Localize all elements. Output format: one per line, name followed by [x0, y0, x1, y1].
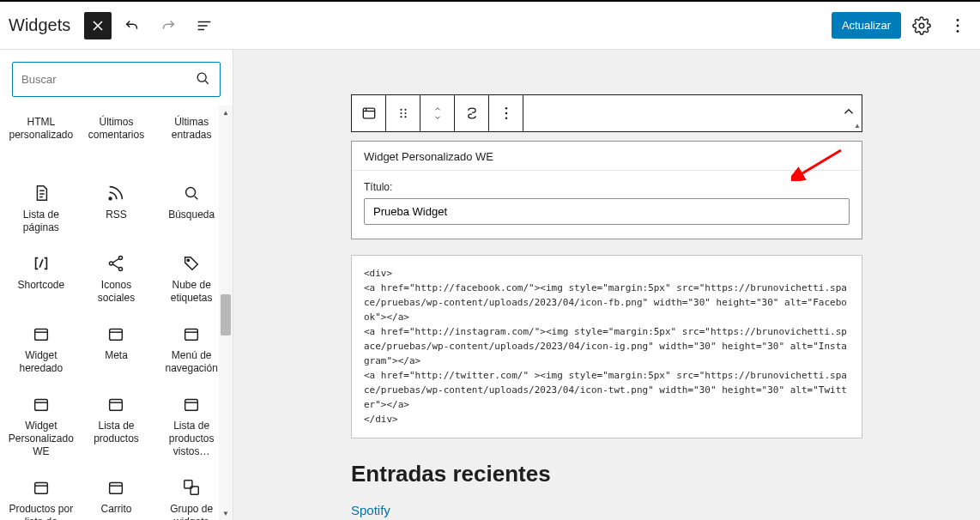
block-toolbar: [351, 94, 862, 132]
block-item[interactable]: Meta: [79, 313, 154, 384]
close-inserter-button[interactable]: [84, 12, 112, 39]
block-options-button[interactable]: [489, 95, 523, 131]
page-title: Widgets: [9, 15, 70, 35]
svg-point-11: [119, 267, 123, 270]
block-item[interactable]: Lista de productos vistos…: [154, 384, 229, 467]
block-label: Productos por lista de puntuaciones: [7, 503, 76, 520]
svg-rect-18: [185, 400, 198, 411]
svg-point-1: [957, 19, 959, 21]
options-button[interactable]: [942, 10, 973, 41]
block-label: Nube de etiquetas: [157, 279, 226, 305]
box-icon: [31, 394, 51, 414]
svg-point-12: [187, 259, 189, 261]
block-label: RSS: [106, 209, 127, 221]
svg-point-29: [404, 116, 406, 118]
svg-rect-13: [34, 330, 47, 341]
box-icon: [106, 394, 126, 414]
block-item[interactable]: Shortcode: [3, 243, 79, 313]
block-type-icon[interactable]: [352, 95, 386, 131]
search-icon: [194, 70, 211, 89]
svg-point-28: [400, 116, 402, 118]
block-item[interactable]: Últimas entradas: [154, 106, 229, 172]
block-scroll-up-arrow[interactable]: ▲: [852, 120, 862, 130]
list-view-button[interactable]: [189, 10, 220, 41]
svg-point-2: [957, 24, 959, 27]
move-up-down[interactable]: [420, 95, 455, 131]
block-grid-scroll[interactable]: HTML personalizadoÚltimos comentariosÚlt…: [0, 106, 233, 520]
drag-handle[interactable]: [386, 95, 420, 131]
transform-button[interactable]: [455, 95, 489, 131]
block-label: Lista de páginas: [7, 209, 76, 234]
widget-card-header: Widget Personalizado WE: [352, 142, 862, 171]
editor-canvas[interactable]: ▲ Widget Personalizado WE Título:: [233, 50, 980, 520]
update-button[interactable]: Actualizar: [832, 12, 901, 39]
pages-icon: [31, 183, 51, 203]
block-label: HTML personalizado: [7, 116, 76, 142]
undo-button[interactable]: [117, 10, 148, 41]
box-icon: [106, 323, 126, 344]
block-item[interactable]: Iconos sociales: [79, 243, 154, 313]
block-label: Widget heredado: [7, 349, 76, 375]
block-item[interactable]: Menú de navegación: [154, 313, 229, 384]
block-label: Grupo de widgets: [157, 503, 226, 520]
post-link[interactable]: Spotify: [351, 503, 390, 517]
block-search-box[interactable]: [12, 62, 221, 97]
scrollbar-thumb[interactable]: [221, 294, 231, 336]
block-item[interactable]: Widget Personalizado WE: [3, 384, 79, 467]
svg-rect-19: [34, 483, 47, 494]
custom-html-block[interactable]: <div> <a href="http://facebook.com/"><im…: [351, 255, 862, 438]
block-item[interactable]: Carrito: [79, 467, 154, 520]
block-item[interactable]: Productos por lista de puntuaciones: [3, 467, 79, 520]
block-item[interactable]: Últimos comentarios: [79, 106, 154, 172]
recent-posts-heading: Entradas recientes: [351, 461, 862, 487]
svg-point-4: [197, 73, 206, 82]
block-item[interactable]: Grupo de widgets: [154, 467, 229, 520]
settings-button[interactable]: [906, 10, 937, 41]
svg-point-30: [505, 107, 507, 110]
scrollbar[interactable]: ▲ ▼: [219, 106, 233, 520]
svg-rect-20: [110, 483, 123, 494]
block-item[interactable]: Lista de productos: [79, 384, 154, 467]
tag-icon: [181, 253, 202, 274]
search-input[interactable]: [21, 73, 194, 86]
svg-point-32: [505, 118, 507, 120]
block-label: Últimos comentarios: [82, 116, 151, 142]
scroll-down-arrow[interactable]: ▼: [219, 506, 233, 520]
topbar: Widgets Actualizar: [0, 2, 980, 50]
block-item[interactable]: HTML personalizado: [3, 106, 79, 172]
block-label: Búsqueda: [168, 209, 215, 221]
block-label: Meta: [105, 349, 128, 362]
block-item[interactable]: Búsqueda: [154, 172, 229, 243]
block-label: Shortcode: [17, 279, 64, 292]
group-icon: [181, 477, 202, 498]
svg-rect-23: [363, 108, 374, 118]
block-item[interactable]: Lista de páginas: [3, 172, 79, 243]
svg-point-25: [404, 109, 406, 111]
block-label: Lista de productos vistos…: [157, 420, 226, 458]
block-label: Lista de productos: [82, 420, 151, 445]
block-label: Últimas entradas: [157, 116, 226, 142]
rss-icon: [106, 183, 126, 203]
svg-point-27: [404, 112, 406, 114]
widget-card: Widget Personalizado WE Título:: [351, 141, 862, 239]
share-icon: [106, 253, 126, 274]
shortcode-icon: [31, 253, 51, 274]
box-icon: [181, 323, 202, 344]
box-icon: [106, 477, 126, 498]
block-item[interactable]: Nube de etiquetas: [154, 243, 229, 313]
svg-point-9: [119, 257, 123, 260]
svg-point-7: [110, 197, 112, 200]
scroll-up-arrow[interactable]: ▲: [219, 106, 233, 119]
block-label: Menú de navegación: [157, 349, 226, 375]
block-item[interactable]: Widget heredado: [3, 313, 79, 384]
collapse-toolbar-icon[interactable]: [841, 104, 856, 122]
block-item[interactable]: RSS: [79, 172, 154, 243]
search-icon: [181, 183, 202, 203]
title-field-label: Título:: [364, 181, 850, 193]
svg-rect-14: [110, 330, 123, 341]
redo-button[interactable]: [153, 10, 184, 41]
widget-title-input[interactable]: [364, 198, 850, 225]
svg-rect-17: [110, 400, 123, 411]
block-inserter-sidebar: HTML personalizadoÚltimos comentariosÚlt…: [0, 50, 233, 520]
svg-point-24: [400, 109, 402, 111]
